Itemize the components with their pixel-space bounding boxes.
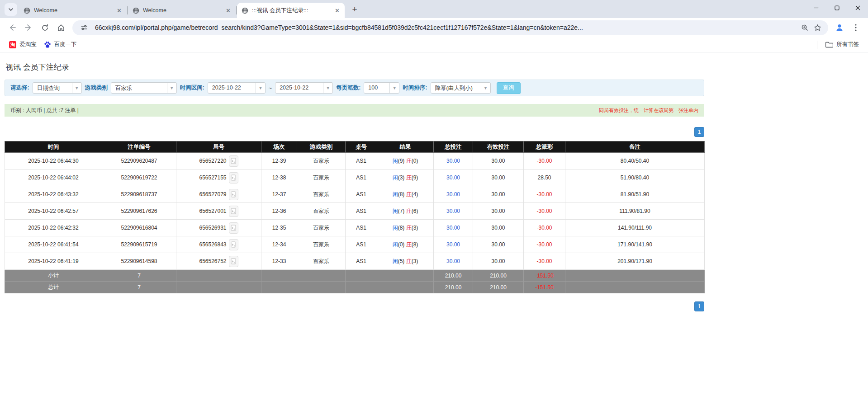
page-1-button[interactable]: 1 xyxy=(694,301,704,311)
bookmark-baidu[interactable]: 百度一下 xyxy=(40,39,81,50)
round-number-group: 656527079 xyxy=(199,189,238,200)
total-bet-link[interactable]: 30.00 xyxy=(446,158,460,164)
payout-value: -30.00 xyxy=(536,241,552,248)
round-number: 656527079 xyxy=(199,191,226,198)
browser-toolbar: 66cxkj98.com/ipl/portal.php/game/betreco… xyxy=(0,18,868,37)
round-video-icon[interactable] xyxy=(229,189,238,200)
forward-arrow-icon xyxy=(24,24,33,32)
table-row: 2025-10-22 06:42:32522909616804656526931… xyxy=(5,220,705,236)
result-player-score: (8) xyxy=(398,191,406,198)
total-bet-link[interactable]: 30.00 xyxy=(446,241,460,248)
total-bet-link[interactable]: 30.00 xyxy=(446,258,460,264)
round-number-group: 656526843 xyxy=(199,239,238,250)
tab-welcome-2[interactable]: Welcome ✕ xyxy=(128,3,236,18)
round-video-icon[interactable] xyxy=(229,256,238,267)
query-type-select[interactable]: 日期查询 ▼ xyxy=(33,82,82,94)
round-video-icon[interactable] xyxy=(229,206,238,217)
tab-welcome-1[interactable]: Welcome ✕ xyxy=(19,3,127,18)
summary-bar: 币别 : 人民币 | 总共 :7 注单 | 同局有效投注，统一计算在该局第一张注… xyxy=(5,104,704,117)
result-banker: 庄 xyxy=(406,191,412,198)
round-video-icon[interactable] xyxy=(229,155,238,167)
game-type-value: 百家乐 xyxy=(111,83,137,93)
cell-time: 2025-10-22 06:44:02 xyxy=(5,169,102,186)
forward-button[interactable] xyxy=(21,20,36,35)
date-to-value: 2025-10-22 xyxy=(275,83,313,93)
footer-total-bet: 210.00 xyxy=(434,270,473,282)
cell-game-type: 百家乐 xyxy=(297,220,346,236)
cell-table-no: AS1 xyxy=(346,203,377,220)
window-maximize-button[interactable] xyxy=(826,0,847,15)
date-from-select[interactable]: 2025-10-22 ▼ xyxy=(208,82,266,94)
cell-payout: -30.00 xyxy=(524,203,565,220)
round-video-icon[interactable] xyxy=(229,172,238,184)
footer-total-bet: 210.00 xyxy=(434,282,473,293)
menu-button[interactable] xyxy=(848,20,863,35)
tab-close-icon[interactable]: ✕ xyxy=(224,7,232,14)
page-1-button[interactable]: 1 xyxy=(694,127,704,137)
tab-bet-records-active[interactable]: :::视讯 会员下注纪录::: ✕ xyxy=(237,3,345,18)
page-size-value: 100 xyxy=(364,83,382,93)
cell-payout: 28.50 xyxy=(524,169,565,186)
cell-round: 656526843 xyxy=(176,236,261,253)
total-bet-link[interactable]: 30.00 xyxy=(446,225,460,231)
cell-bet-id: 522909620487 xyxy=(102,153,176,169)
round-video-icon[interactable] xyxy=(229,239,238,250)
total-bet-link[interactable]: 30.00 xyxy=(446,174,460,181)
tab-title: Welcome xyxy=(34,7,112,14)
back-button[interactable] xyxy=(5,20,20,35)
home-icon xyxy=(57,24,65,32)
address-bar[interactable]: 66cxkj98.com/ipl/portal.php/game/betreco… xyxy=(72,20,828,35)
cell-remark: 141.90/111.90 xyxy=(565,220,705,236)
cell-valid-bet: 30.00 xyxy=(473,253,524,270)
total-bet-link[interactable]: 30.00 xyxy=(446,208,460,214)
total-bet-link[interactable]: 30.00 xyxy=(446,191,460,198)
table-row: 2025-10-22 06:41:19522909614598656526752… xyxy=(5,253,705,270)
footer-empty-cell xyxy=(377,270,434,282)
result-banker: 庄 xyxy=(406,241,412,248)
all-bookmarks-button[interactable]: 所有书签 xyxy=(822,39,863,50)
tab-close-icon[interactable]: ✕ xyxy=(333,7,341,14)
game-type-select[interactable]: 百家乐 ▼ xyxy=(111,82,177,94)
cell-remark: 201.90/171.90 xyxy=(565,253,705,270)
result-banker-score: (8) xyxy=(412,241,418,248)
window-minimize-button[interactable] xyxy=(806,0,826,15)
new-tab-button[interactable]: + xyxy=(348,3,361,16)
round-number-group: 656526752 xyxy=(199,256,238,267)
profile-avatar[interactable] xyxy=(832,20,847,35)
cell-payout: -30.00 xyxy=(524,236,565,253)
footer-count: 7 xyxy=(102,270,176,282)
column-header: 结果 xyxy=(377,141,434,153)
footer-count: 7 xyxy=(102,282,176,293)
cell-result: 闲(8) 庄(3) xyxy=(377,220,434,236)
bookmark-taobao[interactable]: 淘 爱淘宝 xyxy=(5,39,40,50)
bookmarks-bar: 淘 爱淘宝 百度一下 所有书签 xyxy=(0,37,868,52)
cell-payout: -30.00 xyxy=(524,153,565,169)
window-close-button[interactable] xyxy=(847,0,868,15)
all-bookmarks-label: 所有书签 xyxy=(836,41,859,48)
back-arrow-icon xyxy=(8,24,16,32)
footer-payout: -151.50 xyxy=(524,282,565,293)
zoom-icon[interactable] xyxy=(798,21,811,34)
bookmark-star-icon[interactable] xyxy=(811,21,824,34)
cell-bet-id: 522909617626 xyxy=(102,203,176,220)
home-button[interactable] xyxy=(53,20,69,35)
cell-total-bet: 30.00 xyxy=(434,236,473,253)
tab-close-icon[interactable]: ✕ xyxy=(115,7,123,14)
cell-payout: -30.00 xyxy=(524,220,565,236)
cell-session: 12-37 xyxy=(261,186,297,203)
page-size-select[interactable]: 100 ▼ xyxy=(364,82,399,94)
tab-search-button[interactable] xyxy=(5,3,17,16)
round-video-icon[interactable] xyxy=(229,222,238,234)
cell-bet-id: 522909618737 xyxy=(102,186,176,203)
date-to-select[interactable]: 2025-10-22 ▼ xyxy=(275,82,333,94)
table-row: 2025-10-22 06:44:30522909620487656527220… xyxy=(5,153,705,169)
result-player: 闲 xyxy=(393,191,398,198)
sort-select[interactable]: 降幂(由大到小) ▼ xyxy=(431,82,491,94)
refresh-button[interactable] xyxy=(37,20,52,35)
cell-valid-bet: 30.00 xyxy=(473,220,524,236)
cell-session: 12-36 xyxy=(261,203,297,220)
search-button[interactable]: 查询 xyxy=(497,82,521,94)
url-text[interactable]: 66cxkj98.com/ipl/portal.php/game/betreco… xyxy=(95,24,798,31)
site-settings-icon[interactable] xyxy=(78,21,90,34)
date-tilde: ~ xyxy=(269,85,272,91)
